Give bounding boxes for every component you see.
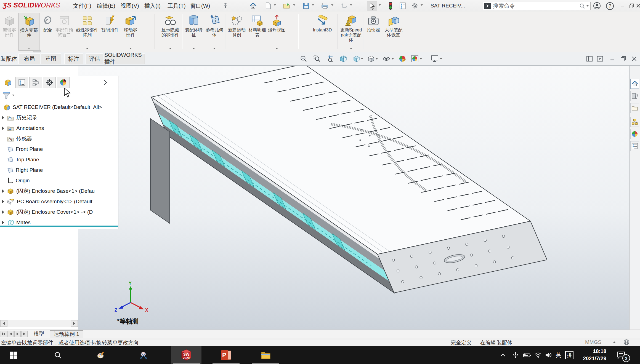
- taskbar-powerpoint-icon[interactable]: P: [211, 346, 241, 364]
- ribbon-button-assembly-features[interactable]: 装配体特征: [184, 13, 203, 51]
- tree-row-assembly-root[interactable]: SAT RECEIVER (Default<Default_All>: [0, 102, 102, 113]
- new-document-button[interactable]: [264, 1, 273, 10]
- search-input[interactable]: [492, 2, 579, 9]
- tab-propertymanager[interactable]: [15, 77, 28, 88]
- ribbon-button-smart-fasteners[interactable]: 智能扣件: [101, 13, 119, 51]
- tree-row-origin[interactable]: Origin: [0, 175, 30, 186]
- menu-item-window[interactable]: 窗口(W): [185, 0, 215, 12]
- taskpane-custom-properties-icon[interactable]: [630, 141, 639, 151]
- display-style-icon[interactable]: [367, 55, 375, 63]
- tab-layout[interactable]: 布局: [18, 53, 40, 64]
- hide-show-items-dropdown-icon[interactable]: [392, 58, 394, 60]
- reference-geometry-dropdown-icon[interactable]: [213, 48, 216, 49]
- view-settings-icon[interactable]: [431, 55, 439, 63]
- select-tool-button[interactable]: [367, 1, 377, 11]
- ribbon-button-linear-component-pattern[interactable]: 线性零部件阵列: [75, 13, 99, 51]
- filter-funnel-icon[interactable]: [2, 91, 10, 99]
- tree-row-right-plane[interactable]: Right Plane: [0, 165, 43, 175]
- view-settings-dropdown-icon[interactable]: [440, 58, 442, 60]
- tab-solidworks-add-ins[interactable]: SOLIDWORKS 插件: [104, 53, 145, 64]
- taskbar-snipping-tool-icon[interactable]: [128, 346, 159, 364]
- tray-volume-icon[interactable]: [543, 346, 554, 364]
- document-close-icon[interactable]: [630, 55, 638, 62]
- taskbar-search-icon[interactable]: [43, 346, 73, 364]
- taskbar-clock[interactable]: 18:18 2021/7/29: [583, 348, 606, 362]
- taskpane-appearances-icon[interactable]: [630, 129, 639, 139]
- undo-button[interactable]: [339, 1, 349, 10]
- expand-arrow-icon[interactable]: [2, 210, 4, 214]
- user-account-icon[interactable]: [592, 1, 602, 10]
- rollback-bar[interactable]: [0, 226, 118, 227]
- view-orientation-icon[interactable]: [352, 55, 361, 63]
- expand-arrow-icon[interactable]: [2, 189, 4, 193]
- search-dropdown-icon[interactable]: [586, 5, 589, 7]
- tree-row-pc-board-assembly[interactable]: PC Board Assembly<1> (Default: [0, 196, 92, 207]
- move-component-dropdown-icon[interactable]: [129, 48, 132, 49]
- assembly-features-dropdown-icon[interactable]: [193, 48, 195, 49]
- search-command-box[interactable]: [483, 2, 591, 10]
- update-speedpak-dropdown-icon[interactable]: [350, 48, 352, 49]
- status-globe-icon[interactable]: [623, 339, 630, 347]
- ribbon-button-instant3d[interactable]: Instant3D: [311, 13, 334, 51]
- tab-scroll-last-icon[interactable]: [21, 331, 28, 337]
- ribbon-button-take-snapshot[interactable]: 拍快照: [365, 13, 382, 51]
- menu-item-file[interactable]: 文件(F): [68, 0, 96, 12]
- tray-language-indicator[interactable]: 英: [553, 346, 564, 364]
- tab-configurationmanager[interactable]: [29, 77, 42, 88]
- expand-arrow-icon[interactable]: [2, 221, 4, 224]
- tab-scroll-prev-icon[interactable]: [7, 331, 14, 337]
- print-button[interactable]: [320, 1, 330, 10]
- linear-pattern-dropdown-icon[interactable]: [86, 48, 88, 49]
- ribbon-button-update-speedpak[interactable]: 更新Speedpak子装配体: [340, 13, 362, 51]
- tree-row-enclosure-cover[interactable]: (固定) Enclosure Cover<1> -> (D: [0, 207, 93, 217]
- hide-show-items-icon[interactable]: [382, 55, 391, 63]
- display-style-dropdown-icon[interactable]: [376, 58, 378, 60]
- graphics-viewport[interactable]: Y X Z: [78, 66, 629, 330]
- tab-scroll-next-icon[interactable]: [14, 331, 21, 337]
- tab-displaymanager[interactable]: [57, 77, 70, 88]
- zoom-to-fit-icon[interactable]: [299, 55, 308, 63]
- expand-arrow-icon[interactable]: [2, 116, 4, 119]
- rebuild-traffic-light-button[interactable]: [386, 1, 395, 10]
- edit-appearance-icon[interactable]: [398, 55, 407, 63]
- ribbon-button-large-assembly-settings[interactable]: 大型装配体设置: [384, 13, 403, 51]
- insert-component-dropdown-icon[interactable]: [28, 48, 30, 49]
- ribbon-button-mate[interactable]: 配合: [41, 13, 55, 51]
- tree-row-history[interactable]: 历史记录: [0, 113, 37, 123]
- select-tool-dropdown-icon[interactable]: [379, 4, 381, 6]
- section-view-icon[interactable]: [339, 55, 347, 63]
- filter-dropdown-icon[interactable]: [12, 95, 14, 96]
- panel-scroll-right-icon[interactable]: [71, 320, 78, 327]
- save-button[interactable]: [301, 1, 311, 10]
- tab-assembly[interactable]: 装配体: [1, 53, 17, 64]
- zoom-to-area-icon[interactable]: [313, 55, 321, 63]
- tab-evaluate[interactable]: 评估: [86, 53, 103, 64]
- print-dropdown-icon[interactable]: [331, 4, 333, 6]
- taskbar-file-explorer-icon[interactable]: [251, 346, 281, 364]
- taskpane-file-explorer-icon[interactable]: [630, 103, 639, 113]
- tree-row-front-plane[interactable]: Front Plane: [0, 144, 43, 154]
- tab-motion-study-1[interactable]: 运动算例 1: [50, 330, 83, 338]
- undo-dropdown-icon[interactable]: [350, 4, 352, 6]
- show-right-pane-icon[interactable]: [596, 55, 604, 62]
- tab-sketch[interactable]: 草图: [41, 53, 61, 64]
- search-icon[interactable]: [579, 3, 585, 9]
- ribbon-button-move-component[interactable]: 移动零部件: [122, 13, 139, 51]
- ribbon-button-reference-geometry[interactable]: 参考几何体: [205, 13, 224, 51]
- minimize-button[interactable]: [618, 1, 627, 10]
- tab-featuremanager-tree[interactable]: [2, 77, 14, 88]
- taskbar-solidworks-icon[interactable]: SW 2020: [171, 346, 201, 364]
- tree-row-enclosure-base[interactable]: (固定) Enclosure Base<1> (Defau: [0, 186, 95, 196]
- file-properties-button[interactable]: [398, 1, 407, 10]
- exploded-view-dropdown-icon[interactable]: [276, 48, 278, 49]
- home-button[interactable]: [248, 1, 258, 10]
- ribbon-button-show-hidden-components[interactable]: 显示隐藏的零部件: [160, 13, 180, 51]
- options-gear-button[interactable]: [410, 1, 419, 10]
- tab-markup[interactable]: 标注: [64, 53, 83, 64]
- ribbon-button-new-motion-study[interactable]: 新建运动算例: [227, 13, 247, 51]
- status-units[interactable]: MMGS: [585, 339, 601, 345]
- previous-view-icon[interactable]: [326, 55, 334, 63]
- show-hidden-dropdown-icon[interactable]: [169, 48, 171, 49]
- tree-row-sensors[interactable]: 传感器: [0, 133, 32, 144]
- tray-ime-indicator[interactable]: 拼: [564, 346, 575, 364]
